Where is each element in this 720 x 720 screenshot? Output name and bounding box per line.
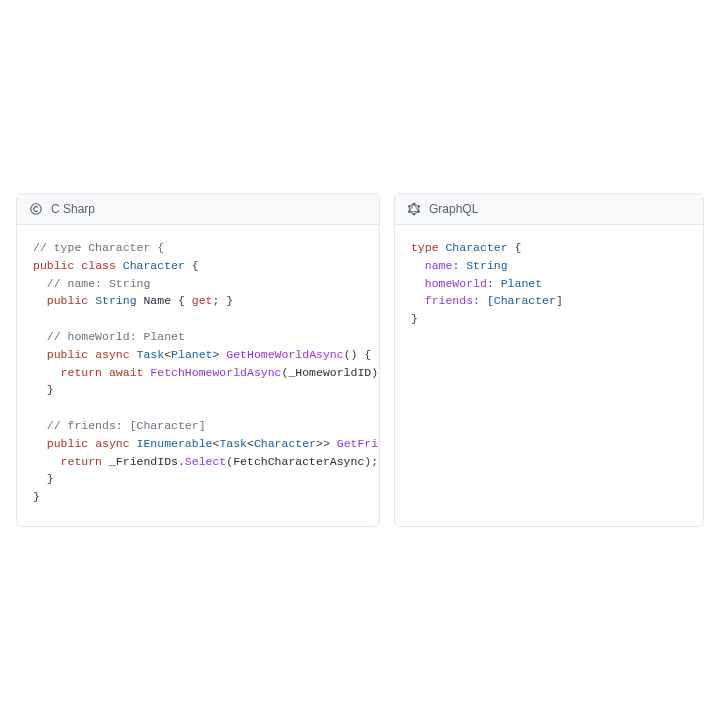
svg-point-0 (31, 204, 42, 215)
svg-point-8 (408, 205, 410, 207)
svg-point-3 (413, 203, 415, 205)
csharp-icon (29, 202, 43, 216)
graphql-code-block: type Character { name: String homeWorld:… (395, 225, 703, 348)
svg-point-5 (418, 211, 420, 213)
graphql-panel-header: GraphQL (395, 194, 703, 225)
csharp-panel-header: C Sharp (17, 194, 379, 225)
graphql-panel-title: GraphQL (429, 202, 478, 216)
csharp-panel: C Sharp // type Character { public class… (16, 193, 380, 527)
csharp-panel-title: C Sharp (51, 202, 95, 216)
code-comparison-container: C Sharp // type Character { public class… (0, 177, 720, 543)
graphql-icon (407, 202, 421, 216)
graphql-panel: GraphQL type Character { name: String ho… (394, 193, 704, 527)
svg-point-7 (408, 211, 410, 213)
svg-point-6 (413, 213, 415, 215)
csharp-code-block: // type Character { public class Charact… (17, 225, 379, 526)
svg-point-4 (418, 205, 420, 207)
